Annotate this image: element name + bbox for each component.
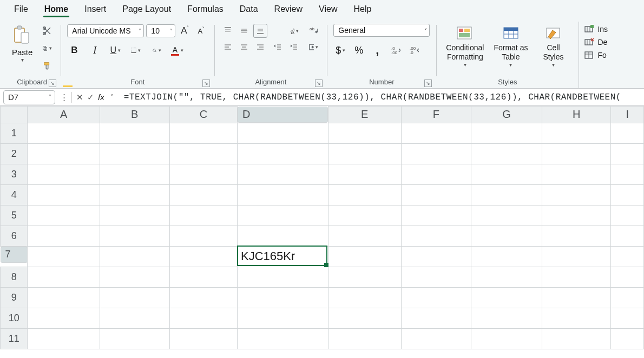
cell-H4[interactable] bbox=[542, 184, 611, 205]
cell-F6[interactable] bbox=[401, 226, 471, 246]
cell-I9[interactable] bbox=[611, 287, 644, 308]
cell-H10[interactable] bbox=[542, 308, 611, 328]
cell-A3[interactable] bbox=[28, 164, 100, 184]
merge-center-button[interactable] bbox=[306, 40, 320, 54]
spreadsheet-grid[interactable]: ABCDEFGHI1234567KJC165Kr891011 bbox=[0, 106, 644, 349]
enter-formula-button[interactable]: ✓ bbox=[85, 91, 96, 103]
cell-D5[interactable] bbox=[238, 205, 328, 226]
cell-A1[interactable] bbox=[28, 123, 100, 143]
column-header-F[interactable]: F bbox=[401, 107, 471, 123]
cell-C3[interactable] bbox=[169, 164, 237, 184]
align-left-button[interactable] bbox=[221, 40, 235, 54]
tab-page-layout[interactable]: Page Layout bbox=[121, 2, 172, 17]
row-header-1[interactable]: 1 bbox=[1, 123, 28, 143]
font-color-button[interactable]: A bbox=[170, 43, 184, 57]
bold-button[interactable]: B bbox=[67, 43, 81, 57]
cell-F2[interactable] bbox=[401, 143, 471, 164]
cell-H6[interactable] bbox=[542, 226, 611, 246]
number-dialog-launcher[interactable]: ↘ bbox=[424, 79, 432, 87]
cell-G10[interactable] bbox=[471, 308, 542, 328]
alignment-dialog-launcher[interactable]: ↘ bbox=[315, 79, 323, 87]
name-box[interactable]: D7 ˅ bbox=[3, 90, 55, 104]
align-center-button[interactable] bbox=[237, 40, 251, 54]
cell-I3[interactable] bbox=[611, 164, 644, 184]
cell-I6[interactable] bbox=[611, 226, 644, 246]
tab-data[interactable]: Data bbox=[239, 2, 259, 17]
cell-G5[interactable] bbox=[471, 205, 542, 226]
row-header-3[interactable]: 3 bbox=[1, 164, 28, 184]
font-name-select[interactable]: Arial Unicode MS˅ bbox=[67, 24, 144, 37]
cell-H5[interactable] bbox=[542, 205, 611, 226]
increase-indent-button[interactable] bbox=[287, 40, 301, 54]
cell-D1[interactable] bbox=[238, 123, 328, 143]
cell-C10[interactable] bbox=[169, 308, 237, 328]
cell-I8[interactable] bbox=[611, 267, 644, 287]
cell-A7[interactable] bbox=[28, 246, 100, 267]
column-header-B[interactable]: B bbox=[100, 107, 169, 123]
cell-I4[interactable] bbox=[611, 184, 644, 205]
cell-C11[interactable] bbox=[169, 328, 237, 349]
row-header-7[interactable]: 7 bbox=[1, 247, 28, 263]
cell-D11[interactable] bbox=[238, 328, 328, 349]
column-header-C[interactable]: C bbox=[169, 107, 237, 123]
cell-G9[interactable] bbox=[471, 287, 542, 308]
tab-review[interactable]: Review bbox=[273, 2, 304, 17]
cell-D4[interactable] bbox=[238, 184, 328, 205]
delete-cells-button[interactable]: De bbox=[584, 38, 608, 47]
cell-D10[interactable] bbox=[238, 308, 328, 328]
increase-decimal-button[interactable]: .0.00 bbox=[389, 43, 403, 57]
decrease-decimal-button[interactable]: .00.0 bbox=[407, 43, 421, 57]
cell-G11[interactable] bbox=[471, 328, 542, 349]
cell-B2[interactable] bbox=[100, 143, 169, 164]
fx-icon[interactable]: fx bbox=[98, 92, 104, 102]
cell-D7[interactable]: KJC165Kr bbox=[238, 246, 328, 267]
column-header-D[interactable]: D bbox=[238, 107, 328, 123]
cell-H1[interactable] bbox=[542, 123, 611, 143]
cell-B7[interactable] bbox=[100, 246, 169, 267]
cell-B8[interactable] bbox=[100, 267, 169, 287]
cell-G3[interactable] bbox=[471, 164, 542, 184]
tab-file[interactable]: File bbox=[13, 2, 29, 17]
cell-I11[interactable] bbox=[611, 328, 644, 349]
cell-F5[interactable] bbox=[401, 205, 471, 226]
cell-H2[interactable] bbox=[542, 143, 611, 164]
cell-C6[interactable] bbox=[169, 226, 237, 246]
cell-B11[interactable] bbox=[100, 328, 169, 349]
cell-F3[interactable] bbox=[401, 164, 471, 184]
cut-button[interactable] bbox=[40, 24, 54, 38]
insert-cells-button[interactable]: Ins bbox=[584, 25, 608, 34]
cell-E1[interactable] bbox=[328, 123, 401, 143]
tab-insert[interactable]: Insert bbox=[83, 2, 107, 17]
cell-H11[interactable] bbox=[542, 328, 611, 349]
select-all-corner[interactable] bbox=[1, 107, 28, 123]
paste-dropdown-icon[interactable]: ▾ bbox=[21, 57, 24, 63]
cell-C1[interactable] bbox=[169, 123, 237, 143]
cell-E9[interactable] bbox=[328, 287, 401, 308]
cell-F4[interactable] bbox=[401, 184, 471, 205]
wrap-text-button[interactable]: ab bbox=[306, 24, 320, 38]
cell-A10[interactable] bbox=[28, 308, 100, 328]
cell-B6[interactable] bbox=[100, 226, 169, 246]
clipboard-dialog-launcher[interactable]: ↘ bbox=[49, 79, 56, 87]
decrease-font-button[interactable]: Aˇ bbox=[194, 24, 208, 38]
accounting-format-button[interactable]: $ bbox=[333, 43, 347, 57]
cell-D3[interactable] bbox=[238, 164, 328, 184]
cell-E2[interactable] bbox=[328, 143, 401, 164]
cell-B1[interactable] bbox=[100, 123, 169, 143]
fill-color-button[interactable] bbox=[149, 43, 163, 57]
format-cells-button[interactable]: Fo bbox=[584, 51, 608, 59]
copy-button[interactable] bbox=[40, 41, 54, 55]
row-header-2[interactable]: 2 bbox=[1, 143, 28, 164]
cell-I2[interactable] bbox=[611, 143, 644, 164]
cell-G4[interactable] bbox=[471, 184, 542, 205]
cell-G8[interactable] bbox=[471, 267, 542, 287]
chevron-down-icon[interactable]: ˅ bbox=[107, 91, 117, 103]
formula-input[interactable]: =TEXTJOIN("", TRUE, CHAR(RANDBETWEEN(33,… bbox=[121, 90, 644, 104]
borders-button[interactable] bbox=[129, 43, 143, 57]
cell-C7[interactable] bbox=[169, 246, 237, 267]
cell-I5[interactable] bbox=[611, 205, 644, 226]
tab-home[interactable]: Home bbox=[43, 2, 69, 17]
cell-A9[interactable] bbox=[28, 287, 100, 308]
cell-styles-button[interactable]: Cell Styles ▾ bbox=[534, 24, 572, 69]
row-header-4[interactable]: 4 bbox=[1, 184, 28, 205]
